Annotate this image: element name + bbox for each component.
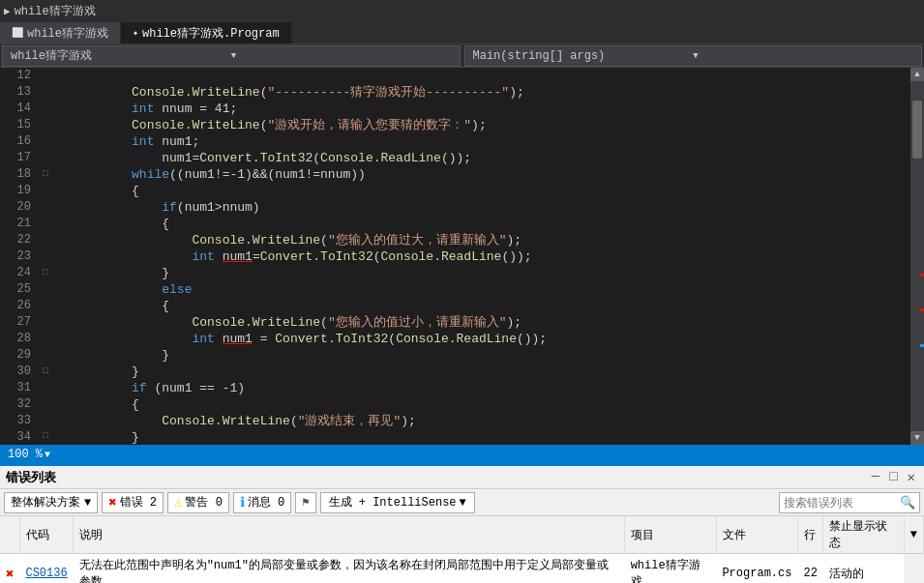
row1-file: Program.cs	[716, 554, 797, 584]
pin-button[interactable]: ─	[869, 469, 882, 485]
ln-24: 24	[0, 265, 31, 281]
scope-label: 整体解决方案	[11, 494, 80, 510]
class-dropdown-arrow: ▼	[231, 51, 452, 61]
ln-29: 29	[0, 347, 31, 364]
ln-14: 14	[0, 101, 31, 117]
ln-26: 26	[0, 298, 31, 314]
info-count-badge[interactable]: ℹ 消息 0	[233, 492, 291, 513]
error-icon: ✖	[108, 494, 116, 510]
code-line-12: Console.WriteLine("----------猜字游戏开始-----…	[56, 68, 910, 84]
row1-icon: ✖	[0, 554, 19, 584]
error-toolbar: 整体解决方案 ▼ ✖ 错误 2 ⚠ 警告 0 ℹ 消息 0 ⚑ 生成 + Int…	[0, 489, 924, 516]
col-code[interactable]: 代码	[19, 516, 73, 554]
tab-program-icon: ✦	[133, 27, 138, 39]
window-title: while猜字游戏	[15, 3, 920, 19]
tab-project[interactable]: ⬜ while猜字游戏	[0, 22, 121, 44]
warning-count-badge[interactable]: ⚠ 警告 0	[167, 492, 229, 513]
search-error-input[interactable]	[784, 496, 900, 510]
code-line-30: if (num1 == -1)	[56, 364, 910, 380]
col-line[interactable]: 行	[797, 516, 822, 554]
ln-23: 23	[0, 248, 31, 265]
build-arrow-icon: ▼	[460, 496, 466, 510]
col-filter-icon[interactable]: ▼	[904, 516, 923, 554]
col-project[interactable]: 项目	[625, 516, 717, 554]
error-table-header: 代码 说明 项目 文件 行 禁止显示状态 ▼	[0, 516, 924, 554]
ln-32: 32	[0, 396, 31, 413]
code-line-24: else	[56, 265, 910, 281]
error-table: 代码 说明 项目 文件 行 禁止显示状态 ▼ ✖ CS0136 无法在此范围中声…	[0, 516, 924, 583]
ln-20: 20	[0, 199, 31, 216]
code-line-21: Console.WriteLine("您输入的值过大，请重新输入");	[56, 216, 910, 232]
ln-25: 25	[0, 281, 31, 298]
code-editor[interactable]: Console.WriteLine("----------猜字游戏开始-----…	[52, 68, 910, 445]
col-file[interactable]: 文件	[716, 516, 797, 554]
ln-30: 30	[0, 364, 31, 380]
row1-description: 无法在此范围中声明名为"num1"的局部变量或参数，因为该名称在封闭局部范围中用…	[74, 554, 625, 584]
method-dropdown[interactable]: Main(string[] args) ▼	[464, 45, 923, 67]
scope-dropdown[interactable]: 整体解决方案 ▼	[4, 492, 98, 513]
row1-line: 22	[797, 554, 822, 584]
title-bar: ▶ while猜字游戏	[0, 0, 924, 21]
filter-badge[interactable]: ⚑	[295, 492, 315, 513]
build-label: 生成 + IntelliSense	[329, 494, 457, 510]
tab-project-icon: ⬜	[12, 27, 23, 39]
row1-suppress: 活动的	[823, 554, 904, 584]
ln-17: 17	[0, 150, 31, 166]
collapse-24[interactable]: □	[43, 264, 47, 280]
collapse-30[interactable]: □	[43, 363, 47, 379]
build-button[interactable]: 生成 + IntelliSense ▼	[320, 492, 475, 513]
error-count-badge[interactable]: ✖ 错误 2	[102, 492, 164, 513]
code-line-34: else	[56, 429, 910, 445]
editor: 12 13 14 15 16 17 18 19 20 21 22 23 24 2…	[0, 68, 924, 445]
tab-program[interactable]: ✦ while猜字游戏.Program	[121, 22, 292, 44]
scroll-thumb[interactable]	[912, 101, 922, 159]
unpin-button[interactable]: □	[886, 469, 900, 485]
ln-33: 33	[0, 413, 31, 429]
col-suppress[interactable]: 禁止显示状态	[823, 516, 904, 554]
ln-16: 16	[0, 133, 31, 150]
info-icon: ℹ	[240, 494, 245, 510]
info-marker	[920, 344, 924, 347]
ln-18: 18	[0, 166, 31, 183]
error-table-container[interactable]: 代码 说明 项目 文件 行 禁止显示状态 ▼ ✖ CS0136 无法在此范围中声…	[0, 516, 924, 583]
row1-code[interactable]: CS0136	[19, 554, 73, 584]
code-line-19: if(num1>nnum)	[56, 183, 910, 199]
col-indicator[interactable]	[0, 516, 19, 554]
scroll-track[interactable]	[910, 81, 924, 431]
error-panel-titlebar: 错误列表 ─ □ ✕	[0, 466, 924, 489]
col-description[interactable]: 说明	[74, 516, 625, 554]
class-dropdown[interactable]: while猜字游戏 ▼	[2, 45, 461, 67]
scroll-up-arrow[interactable]: ▲	[910, 68, 924, 81]
method-dropdown-value: Main(string[] args)	[473, 49, 694, 63]
zoom-arrow-icon[interactable]: ▼	[45, 450, 50, 460]
error-row-1[interactable]: ✖ CS0136 无法在此范围中声明名为"num1"的局部变量或参数，因为该名称…	[0, 554, 924, 584]
panel-controls: ─ □ ✕	[869, 469, 918, 485]
ln-28: 28	[0, 331, 31, 347]
collapse-18: □	[43, 166, 47, 183]
editor-scrollbar[interactable]: ▲ ▼	[910, 68, 924, 445]
zoom-bar: 100 % ▼	[0, 445, 924, 464]
ln-22: 22	[0, 232, 31, 248]
ln-13: 13	[0, 84, 31, 101]
collapse-34[interactable]: □	[43, 428, 47, 445]
method-bar: while猜字游戏 ▼ Main(string[] args) ▼	[0, 44, 924, 68]
app-icon: ▶	[4, 5, 11, 17]
ln-15: 15	[0, 117, 31, 133]
row1-project: while猜字游戏	[625, 554, 717, 584]
close-panel-button[interactable]: ✕	[905, 469, 918, 485]
tab-project-label: while猜字游戏	[27, 25, 108, 42]
search-icon: 🔍	[900, 495, 915, 510]
code-line-26: Console.WriteLine("您输入的值过小，请重新输入");	[56, 298, 910, 314]
info-count-label: 消息 0	[248, 494, 284, 510]
warning-icon: ⚠	[174, 494, 182, 510]
scroll-down-arrow[interactable]: ▼	[910, 431, 924, 445]
line-numbers: 12 13 14 15 16 17 18 19 20 21 22 23 24 2…	[0, 68, 39, 445]
ln-27: 27	[0, 314, 31, 331]
error-marker-2	[920, 308, 924, 311]
scope-arrow-icon: ▼	[84, 496, 91, 510]
error-panel: 错误列表 ─ □ ✕ 整体解决方案 ▼ ✖ 错误 2 ⚠ 警告 0 ℹ 消息 0…	[0, 464, 924, 583]
tab-program-label: while猜字游戏.Program	[142, 25, 280, 42]
code-line-29: }	[56, 347, 910, 364]
code-line-32: Console.WriteLine("游戏结束，再见");	[56, 396, 910, 413]
search-error-box[interactable]: 🔍	[779, 492, 920, 513]
